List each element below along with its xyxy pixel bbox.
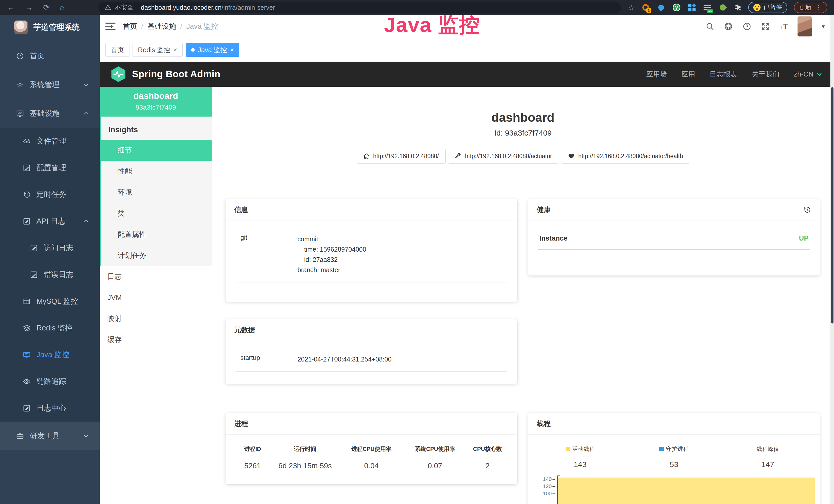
- chevron-down-icon: [83, 82, 89, 88]
- bookmark-star-icon[interactable]: ☆: [628, 3, 635, 12]
- breadcrumb-home[interactable]: 首页: [123, 22, 137, 31]
- process-panel-header: 进程: [225, 413, 517, 435]
- tab-redis-monitor[interactable]: Redis 监控 ×: [133, 43, 183, 57]
- extension-leaf-icon[interactable]: [719, 3, 727, 12]
- extension-y-icon[interactable]: y: [672, 3, 681, 12]
- sidebar-item-java-monitor[interactable]: Java 监控: [0, 342, 100, 368]
- actuator-url-button[interactable]: http://192.168.0.2:48080/actuator: [448, 148, 559, 164]
- avatar[interactable]: [797, 17, 812, 37]
- stat-daemon-threads: 守护进程 53: [627, 445, 721, 469]
- fullscreen-icon[interactable]: [761, 22, 770, 31]
- sba-menu-jvm[interactable]: JVM: [100, 287, 212, 308]
- sba-nav-applications[interactable]: 应用: [681, 70, 695, 79]
- browser-toolbar: ← → ⟳ ⌂ 不安全 dashboard.yudao.iocoder.cn/i…: [0, 0, 834, 15]
- sidebar-item-label: 定时任务: [37, 189, 66, 200]
- row-divider: [539, 249, 810, 250]
- metadata-panel: 元数据 startup 2021-04-27T00:44:31.254+08:0…: [225, 319, 517, 384]
- tab-home[interactable]: 首页: [105, 43, 129, 57]
- sidebar-item-tracing[interactable]: 链路追踪: [0, 368, 100, 395]
- update-button[interactable]: 更新 ⋮: [794, 2, 827, 13]
- screenshot-stage: ← → ⟳ ⌂ 不安全 dashboard.yudao.iocoder.cn/i…: [0, 0, 834, 504]
- extension-orange-icon[interactable]: 1: [641, 3, 650, 12]
- tags-view: 首页 Redis 监控 × Java 监控 ×: [100, 38, 834, 62]
- sidebar-item-home[interactable]: 首页: [0, 42, 100, 70]
- process-panel: 进程 进程ID 运行时间 进程CPU使用率 系统CPU使用率 CPU核心数 52…: [225, 413, 517, 484]
- sba-menu-environment[interactable]: 环境: [101, 182, 212, 203]
- sba-menu-metrics[interactable]: 性能: [101, 161, 212, 182]
- extension-grid-icon[interactable]: [687, 3, 696, 12]
- sba-nav-about[interactable]: 关于我们: [751, 70, 779, 79]
- search-icon[interactable]: [706, 22, 714, 31]
- insights-group: Insights 细节 性能 环境 类 配置属性 计划任务: [100, 117, 212, 266]
- reload-icon[interactable]: ⟳: [43, 4, 49, 11]
- gauge-icon: [16, 52, 24, 60]
- close-icon[interactable]: ×: [173, 46, 177, 54]
- sba-menu-logs[interactable]: 日志: [100, 266, 212, 287]
- sidebar-item-file-management[interactable]: 文件管理: [0, 128, 100, 155]
- page-scrollbar[interactable]: [830, 15, 834, 504]
- scrollbar-thumb[interactable]: [831, 87, 833, 323]
- sidebar-item-scheduled-jobs[interactable]: 定时任务: [0, 181, 100, 208]
- cell-cpu-cores: 2: [465, 462, 510, 470]
- hamburger-icon[interactable]: [105, 22, 115, 31]
- home-icon[interactable]: ⌂: [60, 4, 64, 11]
- instance-header[interactable]: dashboard 93a3fc7f7409: [100, 87, 212, 117]
- sba-nav-journal[interactable]: 日志报表: [709, 70, 737, 79]
- stat-value: 147: [721, 460, 815, 469]
- heart-icon: [568, 153, 575, 159]
- close-icon[interactable]: ×: [230, 46, 234, 54]
- service-url-button[interactable]: http://192.168.0.2:48080/: [356, 148, 446, 164]
- sidebar-item-redis-monitor[interactable]: Redis 监控: [0, 315, 100, 342]
- address-bar[interactable]: 不安全 dashboard.yudao.iocoder.cn/infra/adm…: [98, 2, 621, 13]
- forward-icon[interactable]: →: [25, 4, 33, 11]
- sba-header: Spring Boot Admin 应用墙 应用 日志报表 关于我们 zh-CN: [100, 62, 834, 87]
- active-dot-icon: [191, 48, 195, 52]
- column-header: CPU核心数: [465, 445, 510, 453]
- table-icon: [23, 297, 31, 305]
- sba-menu-classes[interactable]: 类: [101, 203, 212, 224]
- sidebar-item-api-log[interactable]: API 日志: [0, 208, 100, 235]
- history-icon[interactable]: [803, 206, 811, 214]
- extension-pin-icon[interactable]: [657, 3, 665, 12]
- locale-selector[interactable]: zh-CN: [794, 70, 823, 78]
- legend-yellow-icon: [566, 447, 570, 451]
- update-label: 更新: [799, 3, 811, 12]
- tab-java-monitor[interactable]: Java 监控 ×: [186, 43, 239, 57]
- sidebar-item-infrastructure[interactable]: 基础设施: [0, 99, 100, 128]
- sidebar-item-access-log[interactable]: 访问日志: [0, 235, 100, 261]
- sidebar-item-label: 错误日志: [44, 270, 73, 280]
- edit-icon: [23, 217, 31, 225]
- sidebar-item-dev-tools[interactable]: 研发工具: [0, 421, 100, 450]
- sidebar-item-log-center[interactable]: 日志中心: [0, 395, 100, 421]
- tab-label: Java 监控: [198, 45, 227, 54]
- pin-icon: [657, 3, 665, 11]
- extensions-puzzle-icon[interactable]: [734, 4, 742, 11]
- edit-icon: [23, 404, 31, 412]
- metadata-panel-header: 元数据: [225, 319, 517, 341]
- sba-menu-mappings[interactable]: 映射: [100, 308, 212, 329]
- font-size-icon[interactable]: TT: [780, 22, 788, 31]
- edit-icon: [23, 164, 31, 172]
- sidebar-item-error-log[interactable]: 错误日志: [0, 261, 100, 288]
- app-logo[interactable]: 芋道管理系统: [0, 15, 100, 39]
- extension-list-icon[interactable]: on: [703, 3, 712, 12]
- logo-image: [14, 21, 28, 34]
- sba-menu-caches[interactable]: 缓存: [100, 329, 212, 350]
- profile-paused-chip[interactable]: 已暂停: [748, 2, 787, 13]
- sidebar-item-system[interactable]: 系统管理: [0, 70, 100, 99]
- sidebar-item-config-management[interactable]: 配置管理: [0, 155, 100, 181]
- sidebar-item-mysql-monitor[interactable]: MySQL 监控: [0, 288, 100, 315]
- sba-menu-details[interactable]: 细节: [100, 140, 212, 161]
- service-url: http://192.168.0.2:48080/: [373, 153, 439, 160]
- health-url-button[interactable]: http://192.168.0.2:48080/actuator/health: [561, 148, 690, 164]
- help-icon[interactable]: [743, 22, 751, 31]
- back-icon[interactable]: ←: [7, 4, 15, 11]
- sba-menu-config-props[interactable]: 配置属性: [101, 224, 212, 245]
- stat-label: 活动线程: [572, 445, 595, 453]
- sba-nav-wallboard[interactable]: 应用墙: [646, 70, 667, 79]
- github-icon[interactable]: [724, 22, 733, 31]
- avatar-caret-icon[interactable]: ▾: [822, 23, 825, 30]
- sba-menu-scheduled-tasks[interactable]: 计划任务: [101, 245, 212, 266]
- breadcrumb-infrastructure[interactable]: 基础设施: [148, 22, 176, 31]
- legend-blue-icon: [659, 447, 664, 451]
